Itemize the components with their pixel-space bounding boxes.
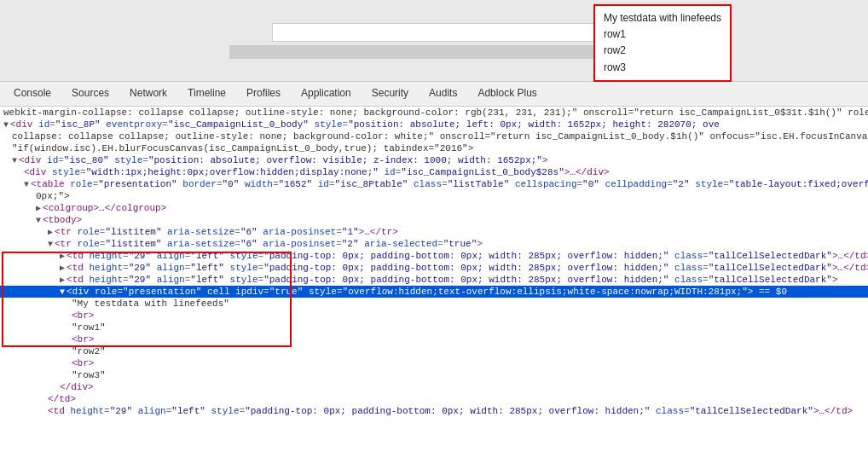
code-line: collapse: collapse collapse; outline-sty…: [0, 130, 868, 142]
tab-profiles[interactable]: Profiles: [236, 82, 291, 106]
code-line: "row1": [0, 322, 868, 333]
tab-sources[interactable]: Sources: [61, 82, 119, 106]
code-line-highlighted: ▼<div role="presentation" cell ipdiv="tr…: [0, 286, 868, 298]
code-line: "row2": [0, 345, 868, 357]
code-line: 0px;">: [0, 190, 868, 202]
tooltip-row3: row3: [604, 60, 721, 76]
tooltip-row1: row1: [604, 26, 721, 43]
code-line: "My testdata with linefeeds": [0, 298, 868, 310]
code-area: webkit-margin-collapse: collapse collaps…: [0, 107, 868, 452]
preview-gray-bar: [229, 45, 639, 59]
preview-area: My testdata with linefeeds row1 row2 row…: [0, 0, 868, 81]
tab-timeline[interactable]: Timeline: [177, 82, 236, 106]
code-line: <div style="width:1px;height:0px;overflo…: [0, 166, 868, 178]
code-line: ▶<tr role="listitem" aria-setsize="6" ar…: [0, 226, 868, 238]
code-line: <td height="29" align="left" style="padd…: [0, 405, 868, 417]
code-line: ▼<tbody>: [0, 214, 868, 226]
code-line: ▶<td height="29" align="left" style="pad…: [0, 250, 868, 262]
tab-audits[interactable]: Audits: [419, 82, 467, 106]
code-line: webkit-margin-collapse: collapse collaps…: [0, 107, 868, 119]
code-line: ▶<td height="29" align="left" style="pad…: [0, 274, 868, 286]
preview-white-box: [272, 23, 596, 42]
tab-network[interactable]: Network: [119, 82, 177, 106]
code-line: "row3": [0, 369, 868, 381]
code-line: ▶<colgroup>…</colgroup>: [0, 202, 868, 214]
code-line: "if(window.isc).EH.blurFocusCanvas(isc_C…: [0, 142, 868, 154]
code-line: ▼<div id="isc_80" style="position: absol…: [0, 154, 868, 166]
devtools-toolbar: Console Sources Network Timeline Profile…: [0, 81, 868, 107]
tooltip-popup: My testdata with linefeeds row1 row2 row…: [593, 4, 732, 82]
tab-console[interactable]: Console: [3, 82, 61, 106]
code-line: ▼<div id="isc_8P" eventproxy="isc_Campai…: [0, 119, 868, 130]
code-line: ▼<table role="presentation" border="0" w…: [0, 178, 868, 190]
code-line: <br>: [0, 333, 868, 345]
code-line: </div>: [0, 381, 868, 393]
tab-application[interactable]: Application: [291, 82, 362, 106]
code-line: ▼<tr role="listitem" aria-setsize="6" ar…: [0, 238, 868, 250]
tab-security[interactable]: Security: [362, 82, 419, 106]
tab-adblock[interactable]: Adblock Plus: [467, 82, 547, 106]
code-line: <br>: [0, 310, 868, 322]
code-line: </td>: [0, 393, 868, 405]
code-line: <br>: [0, 357, 868, 369]
tooltip-row2: row2: [604, 43, 721, 59]
code-line: ▶<td height="29" align="left" style="pad…: [0, 262, 868, 274]
tooltip-title: My testdata with linefeeds: [604, 10, 721, 26]
